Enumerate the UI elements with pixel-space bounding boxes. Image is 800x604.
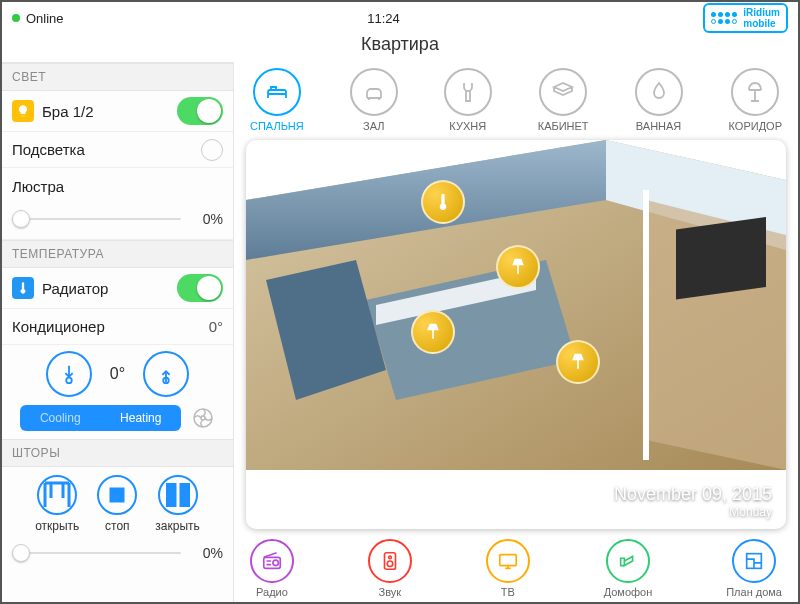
bottom-intercom[interactable]: Домофон [604, 539, 653, 598]
temp-current: 0° [110, 365, 125, 383]
bra-label: Бра 1/2 [42, 103, 169, 120]
temp-up-button[interactable] [143, 351, 189, 397]
thermometer-icon [12, 277, 34, 299]
section-curtains: ШТОРЫ [2, 439, 233, 467]
rooms-tabs: СПАЛЬНЯ ЗАЛ КУХНЯ КАБИНЕТ ВАННАЯ КОРИДОР [244, 68, 788, 136]
room-bedroom[interactable]: СПАЛЬНЯ [250, 68, 304, 132]
svg-rect-4 [110, 488, 125, 503]
svg-point-2 [194, 409, 212, 427]
svg-rect-5 [167, 485, 175, 506]
curtain-slider[interactable] [12, 552, 181, 554]
floor-plan[interactable]: November 09, 2015 Monday [246, 140, 786, 529]
bottom-tv[interactable]: ТВ [486, 539, 530, 598]
curtain-close-button[interactable]: закрыть [155, 475, 199, 533]
room-kitchen[interactable]: КУХНЯ [444, 68, 492, 132]
bottom-radio[interactable]: Радио [250, 539, 294, 598]
content: СПАЛЬНЯ ЗАЛ КУХНЯ КАБИНЕТ ВАННАЯ КОРИДОР [234, 62, 798, 602]
marker-thermo[interactable] [421, 180, 465, 224]
curtain-pct: 0% [189, 545, 223, 561]
marker-lamp-3[interactable] [556, 340, 600, 384]
radiator-toggle[interactable] [177, 274, 223, 302]
svg-point-20 [389, 556, 392, 559]
temp-down-button[interactable] [46, 351, 92, 397]
svg-rect-21 [500, 555, 517, 566]
date-overlay: November 09, 2015 Monday [614, 484, 772, 519]
row-backlight: Подсветка [2, 132, 233, 168]
marker-lamp-2[interactable] [411, 310, 455, 354]
row-ac: Кондиционер 0° [2, 309, 233, 345]
fan-icon[interactable] [191, 406, 215, 430]
curtain-open-button[interactable]: открыть [35, 475, 79, 533]
row-radiator: Радиатор [2, 268, 233, 309]
marker-lamp-1[interactable] [496, 245, 540, 289]
svg-point-19 [387, 561, 393, 567]
clock: 11:24 [367, 11, 400, 26]
ac-label: Кондиционер [12, 318, 201, 335]
bra-toggle[interactable] [177, 97, 223, 125]
svg-point-0 [66, 378, 72, 384]
backlight-label: Подсветка [12, 141, 193, 158]
svg-point-3 [201, 416, 205, 420]
row-bra: Бра 1/2 [2, 91, 233, 132]
mode-segmented[interactable]: Cooling Heating [20, 405, 181, 431]
bottom-plan[interactable]: План дома [726, 539, 782, 598]
status-bar: Online 11:24 iRidiummobile [2, 2, 798, 34]
mode-heating[interactable]: Heating [101, 405, 182, 431]
room-hall[interactable]: ЗАЛ [350, 68, 398, 132]
section-temp: ТЕМПЕРАТУРА [2, 240, 233, 268]
chandelier-label: Люстра [12, 178, 223, 195]
mode-cooling[interactable]: Cooling [20, 405, 101, 431]
svg-point-17 [273, 560, 279, 566]
backlight-toggle[interactable] [201, 139, 223, 161]
plan-illustration [246, 140, 786, 470]
lamp-icon [12, 100, 34, 122]
online-label: Online [26, 11, 64, 26]
bottom-bar: Радио Звук ТВ Домофон План дома [244, 533, 788, 598]
svg-rect-15 [676, 217, 766, 300]
svg-rect-6 [181, 485, 189, 506]
room-corridor[interactable]: КОРИДОР [729, 68, 782, 132]
ac-value: 0° [209, 318, 223, 335]
curtain-stop-button[interactable]: стоп [97, 475, 137, 533]
sidebar: СВЕТ Бра 1/2 Подсветка Люстра 0% ТЕМПЕРА… [2, 62, 234, 602]
bottom-sound[interactable]: Звук [368, 539, 412, 598]
page-title: Квартира [2, 34, 798, 62]
online-dot [12, 14, 20, 22]
chandelier-pct: 0% [189, 211, 223, 227]
room-cabinet[interactable]: КАБИНЕТ [538, 68, 589, 132]
chandelier-slider[interactable] [12, 218, 181, 220]
row-chandelier: Люстра [2, 168, 233, 204]
room-bath[interactable]: ВАННАЯ [635, 68, 683, 132]
brand-badge: iRidiummobile [703, 3, 788, 33]
radiator-label: Радиатор [42, 280, 169, 297]
section-light: СВЕТ [2, 63, 233, 91]
